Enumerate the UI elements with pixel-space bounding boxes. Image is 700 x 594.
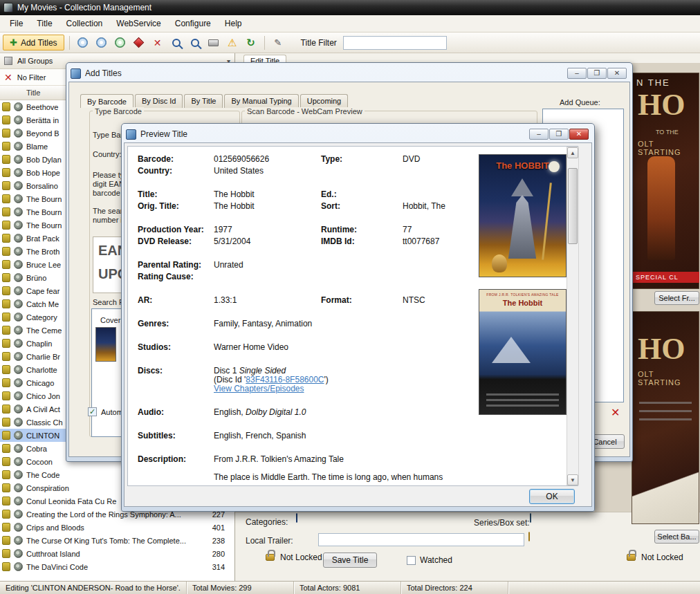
preview-scrollbar[interactable]: ▲ ▼	[567, 147, 579, 485]
case-icon	[2, 129, 10, 138]
minimize-button[interactable]: –	[529, 129, 549, 140]
auto-add-checkbox[interactable]: ✓ Autom	[88, 407, 123, 416]
case-icon	[2, 536, 10, 545]
subtitles-value: English, French, Spanish	[214, 431, 306, 440]
camera-icon	[14, 352, 23, 361]
scan-barcode-group-label: Scan Barcode - WebCam Preview	[245, 107, 365, 115]
zoom-out-button[interactable]	[187, 35, 203, 51]
maximize-button[interactable]: ❒	[549, 129, 569, 140]
camera-icon	[14, 260, 23, 269]
aspect-ratio-value: 1.33:1	[214, 295, 237, 305]
window-titlebar[interactable]: My Movies - Collection Management	[0, 0, 700, 15]
close-button[interactable]: ✕	[569, 129, 589, 140]
series-box-button[interactable]	[530, 514, 531, 522]
menu-item-collection[interactable]: Collection	[59, 16, 110, 31]
case-icon	[2, 510, 10, 519]
preview-titlebar[interactable]: Preview Title – ❒ ✕	[124, 126, 592, 142]
series-box-label: Series/Box set:	[474, 518, 530, 528]
case-icon	[2, 470, 10, 479]
case-icon	[2, 391, 10, 400]
menu-item-webservice[interactable]: WebService	[109, 16, 167, 31]
case-icon	[2, 339, 10, 348]
tab-by-barcode[interactable]: By Barcode	[80, 94, 133, 108]
orig-title-value: The Hobbit	[214, 201, 255, 211]
refresh-button[interactable]: ↻	[243, 35, 259, 51]
select-front-button[interactable]: Select Fr...	[654, 291, 699, 305]
burn-disc-button[interactable]	[112, 35, 129, 51]
all-groups-label: All Groups	[17, 57, 53, 65]
case-icon	[2, 326, 10, 335]
case-icon	[2, 115, 10, 124]
camera-icon	[14, 431, 23, 440]
title-filter-input[interactable]	[343, 36, 447, 50]
view-chapters-link[interactable]: View Chapters/Episodes	[214, 384, 304, 393]
list-item[interactable]: Crips and Bloods401	[0, 521, 234, 534]
close-button[interactable]: ✕	[607, 68, 627, 79]
camera-icon	[14, 142, 23, 151]
save-title-button[interactable]: Save Title	[323, 553, 377, 568]
camera-icon	[14, 523, 23, 532]
categories-label: Categories:	[246, 517, 288, 527]
disc-number: Disc 1	[214, 366, 239, 375]
warnings-button[interactable]: ⚠	[224, 35, 241, 51]
print-button[interactable]	[205, 35, 222, 51]
case-icon	[2, 496, 10, 505]
add-titles-tabs: By BarcodeBy Disc IdBy TitleBy Manual Ty…	[80, 94, 349, 108]
remove-queue-item-button[interactable]: ✕	[611, 407, 620, 418]
lock-toggle-left[interactable]: Not Locked	[266, 548, 322, 562]
list-item[interactable]: The Curse Of King Tut's Tomb: The Comple…	[0, 534, 234, 547]
camera-icon	[14, 405, 23, 414]
preview-content: Barcode: 012569056626 Type: DVD Country:…	[127, 146, 578, 486]
camera-icon	[14, 378, 23, 387]
tab-by-title[interactable]: By Title	[184, 94, 223, 108]
search-result-label: Search R	[93, 298, 125, 306]
status-total-actors: Total Actors: 9081	[294, 582, 401, 594]
menu-item-help[interactable]: Help	[218, 16, 249, 31]
camera-icon	[14, 207, 23, 216]
case-icon	[2, 549, 10, 558]
dialog-title: Add Titles	[85, 68, 122, 78]
add-titles-titlebar[interactable]: Add Titles – ❒ ✕	[68, 65, 630, 82]
disc-id-link[interactable]: 83F43116-8F58600C	[246, 375, 324, 384]
watched-checkbox[interactable]: Watched	[407, 555, 452, 565]
tab-by-manual-typing[interactable]: By Manual Typing	[224, 94, 298, 108]
not-locked-label: Not Locked	[641, 553, 683, 562]
list-item[interactable]: Cutthroat Island280	[0, 547, 234, 560]
tab-by-disc-id[interactable]: By Disc Id	[135, 94, 183, 108]
cover-text: N THE	[636, 77, 670, 88]
scroll-up-button[interactable]: ▲	[567, 147, 578, 158]
menu-item-configure[interactable]: Configure	[168, 16, 218, 31]
list-item-label: The DaVinci Code	[26, 563, 206, 571]
menu-item-file[interactable]: File	[3, 16, 30, 31]
maximize-button[interactable]: ❒	[587, 68, 607, 79]
scroll-down-button[interactable]: ▼	[567, 474, 578, 485]
delete-icon: ✕	[154, 37, 162, 48]
favorite-button[interactable]	[131, 35, 147, 51]
lock-toggle-right[interactable]: Not Locked	[627, 548, 683, 562]
categories-button[interactable]	[296, 514, 297, 522]
camera-icon	[14, 483, 23, 492]
menu-item-title[interactable]: Title	[30, 16, 59, 31]
delete-title-button[interactable]: ✕	[149, 35, 166, 51]
ok-button[interactable]: OK	[529, 489, 575, 504]
status-total-directors: Total Directors: 224	[401, 582, 508, 594]
toolbar: ✚ Add Titles ✕ ⚠ ↻ ✎ Title Filter	[0, 33, 700, 53]
select-back-button[interactable]: Select Ba...	[654, 530, 699, 544]
edit-button[interactable]: ✎	[270, 35, 286, 51]
copy-disc-button[interactable]	[93, 35, 110, 51]
trailer-browse-button[interactable]	[528, 532, 530, 541]
case-icon	[2, 313, 10, 322]
camera-icon	[14, 313, 23, 322]
add-titles-button[interactable]: ✚ Add Titles	[3, 35, 64, 50]
local-trailer-input[interactable]	[318, 533, 524, 546]
minimize-button[interactable]: –	[567, 68, 587, 79]
cover-label: Cover	[100, 316, 120, 324]
cover-decoration	[639, 402, 692, 404]
zoom-in-button[interactable]	[168, 35, 185, 51]
tab-upcoming[interactable]: Upcoming	[300, 94, 349, 108]
back-poster-image: FROM J.R.R. TOLKIEN'S AMAZING TALE The H…	[479, 289, 567, 415]
save-disc-button[interactable]	[75, 35, 91, 51]
scrollbar-thumb[interactable]	[568, 168, 578, 244]
list-item[interactable]: The DaVinci Code314	[0, 560, 234, 573]
cover-text: TO THE	[656, 129, 679, 136]
